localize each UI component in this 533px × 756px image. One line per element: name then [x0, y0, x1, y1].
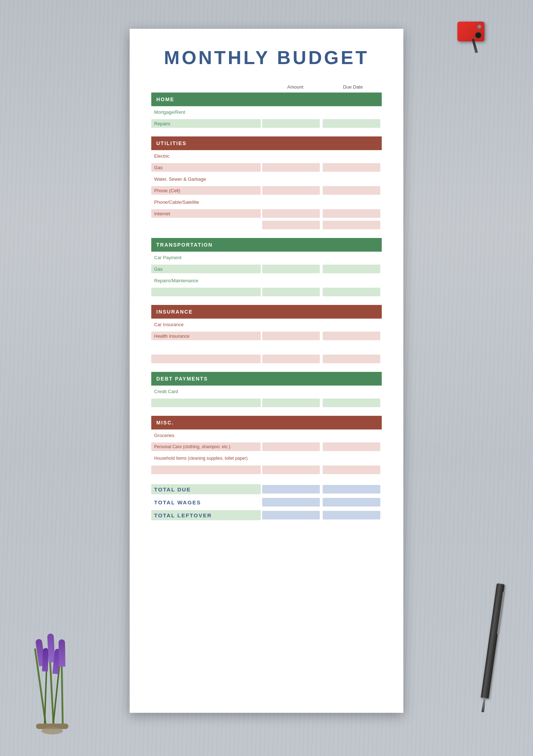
row-mortgage-rent: Mortgage/Rent — [151, 106, 382, 118]
cell-internet-amount[interactable] — [262, 209, 320, 218]
label-credit-card: Credit Card — [151, 389, 261, 394]
label-misc-blank — [151, 465, 261, 474]
section-header-misc: MISC. — [151, 416, 382, 429]
cell-mortgage-due[interactable] — [323, 108, 380, 116]
cell-car-ins-amount[interactable] — [262, 320, 320, 329]
row-debt-blank — [151, 397, 382, 409]
row-electric: Electric — [151, 150, 382, 162]
row-car-payment: Car Payment — [151, 252, 382, 263]
label-internet: Internet — [151, 209, 261, 218]
row-repairs-maintenance: Repairs/Maintenance — [151, 275, 382, 286]
cell-internet-due[interactable] — [323, 209, 380, 218]
section-utilities: UTILITIES Electric Gas Water, Sewer & Ga… — [151, 136, 382, 231]
cell-util-blank-amount[interactable] — [262, 221, 320, 229]
cell-total-due-amount[interactable] — [262, 485, 320, 494]
cell-total-leftover-date[interactable] — [323, 511, 380, 519]
lavender-decoration — [22, 612, 86, 738]
cell-electric-amount[interactable] — [262, 152, 320, 160]
cell-health-ins-amount[interactable] — [262, 332, 320, 340]
section-header-transportation: TRANSPORTATION — [151, 238, 382, 252]
section-title-utilities: UTILITIES — [151, 140, 382, 146]
cell-credit-due[interactable] — [323, 387, 380, 396]
cell-electric-due[interactable] — [323, 152, 380, 160]
section-header-debt: DEBT PAYMENTS — [151, 372, 382, 386]
cell-household-amount[interactable] — [262, 454, 320, 463]
cell-water-due[interactable] — [323, 175, 380, 183]
cell-health-ins-due[interactable] — [323, 332, 380, 340]
row-health-insurance: Health Insurance — [151, 330, 382, 342]
cell-misc-blank-due[interactable] — [323, 465, 380, 474]
cell-phone-cell-due[interactable] — [323, 186, 380, 195]
cell-cable-amount[interactable] — [262, 198, 320, 206]
cell-total-wages-date[interactable] — [323, 498, 380, 507]
cell-repairs-maint-amount[interactable] — [262, 276, 320, 285]
cell-ins-blank1-amount[interactable] — [262, 343, 320, 352]
label-personal-care: Personal Care (clothing, shampoo: etc.) — [151, 442, 261, 451]
section-header-home: HOME — [151, 93, 382, 106]
label-groceries: Groceries — [151, 433, 261, 438]
cell-repairs-due[interactable] — [323, 119, 380, 128]
row-gas-utilities: Gas — [151, 162, 382, 173]
label-gas-trans: Gas — [151, 265, 261, 273]
cell-trans-blank-amount[interactable] — [262, 288, 320, 296]
label-car-payment: Car Payment — [151, 255, 261, 260]
cell-repairs-amount[interactable] — [262, 119, 320, 128]
label-mortgage-rent: Mortgage/Rent — [151, 109, 261, 115]
section-title-home: HOME — [151, 96, 382, 102]
cell-debt-blank-due[interactable] — [323, 399, 380, 407]
page-title: MONTHLY BUDGET — [151, 47, 382, 68]
row-phone-cell: Phone (Cell) — [151, 185, 382, 196]
cell-groceries-amount[interactable] — [262, 431, 320, 440]
cell-ins-blank2-amount[interactable] — [262, 355, 320, 363]
label-repairs: Repairs — [151, 119, 261, 128]
cell-personal-care-amount[interactable] — [262, 442, 320, 451]
label-total-wages: TOTAL WAGES — [151, 497, 261, 507]
cell-car-ins-due[interactable] — [323, 320, 380, 329]
cell-household-due[interactable] — [323, 454, 380, 463]
row-credit-card: Credit Card — [151, 386, 382, 397]
cell-misc-blank-amount[interactable] — [262, 465, 320, 474]
cell-gas-util-due[interactable] — [323, 163, 380, 172]
row-misc-blank — [151, 464, 382, 476]
label-trans-blank — [151, 288, 261, 296]
pen-decoration — [478, 583, 505, 720]
cell-repairs-maint-due[interactable] — [323, 276, 380, 285]
column-headers: Amount Due Date — [151, 81, 382, 93]
row-household-items: Household Items (cleaning supplies, toil… — [151, 453, 382, 464]
cell-groceries-due[interactable] — [323, 431, 380, 440]
cell-gas-util-amount[interactable] — [262, 163, 320, 172]
section-title-insurance: INSURANCE — [151, 309, 382, 315]
cell-total-due-date[interactable] — [323, 485, 380, 494]
cell-personal-care-due[interactable] — [323, 442, 380, 451]
section-title-misc: MISC. — [151, 420, 382, 426]
cell-ins-blank2-due[interactable] — [323, 355, 380, 363]
row-repairs: Repairs — [151, 118, 382, 129]
section-insurance: INSURANCE Car Insurance Health Insurance — [151, 305, 382, 365]
cell-util-blank-due[interactable] — [323, 221, 380, 229]
cell-mortgage-amount[interactable] — [262, 108, 320, 116]
cell-gas-trans-due[interactable] — [323, 265, 380, 273]
section-header-insurance: INSURANCE — [151, 305, 382, 319]
cell-credit-amount[interactable] — [262, 387, 320, 396]
cell-gas-trans-amount[interactable] — [262, 265, 320, 273]
cell-trans-blank-due[interactable] — [323, 288, 380, 296]
row-water: Water, Sewer & Garbage — [151, 173, 382, 185]
cell-cable-due[interactable] — [323, 198, 380, 206]
cell-water-amount[interactable] — [262, 175, 320, 183]
section-misc: MISC. Groceries Personal Care (clothing,… — [151, 416, 382, 476]
cell-total-leftover-amount[interactable] — [262, 511, 320, 519]
pencil-sharpener-decoration — [457, 22, 486, 54]
label-phone-cell: Phone (Cell) — [151, 186, 261, 195]
label-electric: Electric — [151, 153, 261, 159]
section-title-transportation: TRANSPORTATION — [151, 242, 382, 248]
row-total-leftover: TOTAL LEFTOVER — [151, 509, 382, 522]
cell-debt-blank-amount[interactable] — [262, 399, 320, 407]
cell-car-payment-due[interactable] — [323, 253, 380, 262]
col-header-due-date: Due Date — [324, 84, 382, 90]
cell-phone-cell-amount[interactable] — [262, 186, 320, 195]
cell-total-wages-amount[interactable] — [262, 498, 320, 507]
cell-car-payment-amount[interactable] — [262, 253, 320, 262]
cell-ins-blank1-due[interactable] — [323, 343, 380, 352]
label-total-leftover: TOTAL LEFTOVER — [151, 510, 261, 520]
row-ins-blank2 — [151, 353, 382, 365]
